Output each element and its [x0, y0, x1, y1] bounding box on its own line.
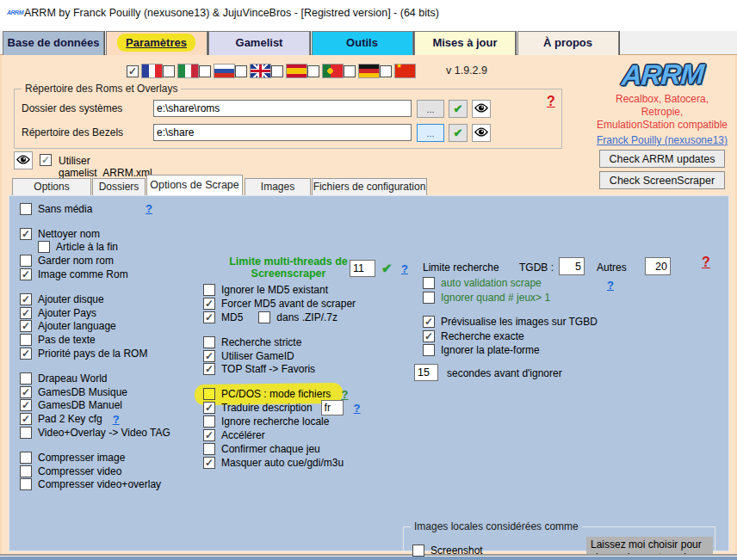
checkbox-drapeau-world[interactable] [20, 372, 32, 385]
tab-param-tres[interactable]: Paramètres [106, 31, 207, 55]
subtab-images-options[interactable]: Images Options [245, 178, 311, 195]
checkbox-confirmer-chaque-jeu[interactable] [203, 443, 215, 455]
checkbox-md5[interactable]: ✓ [203, 311, 215, 323]
checkbox-ignorer-la-plate-forme[interactable] [423, 344, 435, 356]
option-row-priorit-pays-de-la-rom: ✓Priorité pays de la ROM [20, 347, 170, 360]
value-input-traduire-description[interactable] [321, 400, 344, 415]
seconds-input[interactable] [414, 364, 438, 381]
checkbox-forcer-md5-avant-de-scraper[interactable]: ✓ [203, 298, 215, 310]
subtab-options-de-scrape[interactable]: Options de Scrape [146, 175, 243, 195]
option-row-pas-de-texte: Pas de texte [20, 333, 170, 347]
checkbox-pas-de-texte[interactable] [20, 334, 32, 346]
checkbox-nettoyer-nom[interactable]: ✓ [20, 228, 32, 240]
tgdb-limit-input[interactable] [559, 257, 585, 275]
checkbox-gamesdb-manuel[interactable]: ✓ [20, 399, 32, 411]
checkbox-video-overlay-video-tag[interactable] [20, 427, 32, 439]
option-label: Ajouter Pays [38, 307, 96, 319]
autres-limit-input[interactable] [645, 257, 671, 275]
help-icon-pad-2-key-cfg[interactable]: ? [113, 413, 120, 426]
checkbox-image-comme-rom[interactable]: ✓ [20, 268, 32, 280]
eye-icon[interactable] [472, 100, 491, 118]
check-arrm-updates-button[interactable]: Check ARRM updates [599, 150, 725, 168]
checkbox-ajouter-pays[interactable]: ✓ [20, 307, 32, 319]
checkbox-screenshot[interactable] [412, 545, 424, 557]
tab-mises-jour[interactable]: Mises à jour [414, 31, 516, 55]
option-label: Masquer auto cue/gdi/m3u [221, 457, 344, 469]
tagline-line2: EmulationStation compatible [597, 119, 728, 131]
window-title: ARRM by Franck Pouilly (nexusone13) & Ju… [24, 7, 439, 19]
checkbox-ignorer-le-md5-existant[interactable] [203, 284, 215, 296]
eye-icon[interactable] [14, 151, 33, 169]
flag-checkbox-russia[interactable] [199, 65, 211, 77]
flag-checkbox-uk[interactable] [235, 65, 247, 77]
subtab-dossiers[interactable]: Dossiers [92, 178, 146, 195]
help-icon-traduire-description[interactable]: ? [354, 402, 361, 415]
option-row-ajouter-language: ✓Ajouter language [20, 320, 170, 334]
subtab-options-g-n-rales[interactable]: Options générales [12, 178, 91, 195]
checkbox-sans-m-dia[interactable] [20, 203, 32, 215]
flag-checkbox-portugal[interactable] [307, 65, 319, 77]
checkbox-utiliser-gameid[interactable]: ✓ [203, 350, 215, 362]
option-label: Prévisualise les images sur TGBD [441, 316, 598, 328]
validate-check-icon[interactable]: ✔ [449, 124, 468, 142]
checkbox-pc-dos-mode-fichiers[interactable] [203, 388, 215, 400]
option-label: Pad 2 Key cfg [38, 413, 102, 425]
author-link[interactable]: Franck Pouilly (nexusone13) [597, 134, 728, 146]
checkbox-top-staff-favoris[interactable]: ✓ [203, 363, 215, 375]
checkbox-ajouter-disque[interactable]: ✓ [20, 293, 32, 305]
checkbox-ignore-recherche-locale[interactable] [203, 415, 215, 428]
checkbox-ajouter-language[interactable]: ✓ [20, 320, 32, 332]
eye-icon[interactable] [472, 124, 491, 142]
checkbox-compresser-video-overlay[interactable] [20, 478, 32, 490]
checkbox-gamesdb-musique[interactable]: ✓ [20, 386, 32, 398]
path-input-r-pertoire-des-bezels[interactable] [153, 124, 412, 141]
option-label: Video+Overlay -> Video TAG [38, 427, 170, 439]
option-row-ignorer-le-md5-existant: Ignorer le MD5 existant [203, 283, 361, 297]
validate-check-icon[interactable]: ✔ [449, 100, 468, 118]
checkbox-pr-visualise-les-images-sur-tgbd[interactable]: ✓ [423, 316, 435, 328]
checkbox-ignorer-quand-jeux-1[interactable] [423, 292, 435, 304]
checkbox-dans-zip-7z[interactable] [258, 311, 270, 323]
tab-outils[interactable]: Outils [312, 31, 413, 55]
right-help-icon[interactable]: ? [607, 279, 614, 292]
flag-icon-china: ★ [394, 64, 416, 78]
threads-limit-input[interactable] [350, 260, 375, 277]
option-label: Traduire description [221, 402, 313, 414]
checkbox-compresser-video[interactable] [20, 465, 32, 477]
roms-help-icon[interactable]: ? [547, 94, 555, 109]
checkbox-pad-2-key-cfg[interactable]: ✓ [20, 413, 32, 425]
help-icon-pc-dos-mode-fichiers[interactable]: ? [341, 388, 348, 401]
checkbox-acc-l-rer[interactable]: ✓ [203, 429, 215, 441]
checkbox-traduire-description[interactable]: ✓ [203, 402, 215, 414]
limite-help-icon[interactable]: ? [702, 255, 710, 270]
flag-checkbox-france[interactable]: ✓ [127, 65, 139, 77]
checkbox-article-la-fin[interactable] [38, 241, 50, 253]
threads-help-icon[interactable]: ? [401, 262, 408, 275]
option-label: Pas de texte [38, 334, 96, 346]
browse-button[interactable]: ... [417, 100, 444, 118]
tab-gamelist[interactable]: Gamelist [208, 31, 310, 55]
flag-checkbox-china[interactable] [380, 65, 392, 77]
option-label: Image comme Rom [38, 268, 128, 280]
option-row-compresser-video-overlay: Compresser video+overlay [20, 478, 170, 492]
path-input-dossier-des-syst-mes[interactable] [153, 100, 412, 117]
checkbox-recherche-stricte[interactable] [203, 336, 215, 348]
checkbox-masquer-auto-cue-gdi-m3u[interactable]: ✓ [203, 457, 215, 469]
flag-checkbox-germany[interactable] [344, 65, 356, 77]
tab-propos[interactable]: À propos [517, 31, 619, 55]
sans-media-help-icon[interactable]: ? [146, 202, 152, 215]
option-label: Screenshot [430, 545, 483, 557]
threads-valid-check-icon[interactable]: ✔ [381, 260, 393, 276]
flag-checkbox-italy[interactable] [163, 65, 175, 77]
checkbox-priorit-pays-de-la-rom[interactable]: ✓ [20, 348, 32, 360]
tab-base-de-donn-es[interactable]: Base de données [3, 31, 104, 55]
checkbox-recherche-exacte[interactable]: ✓ [423, 330, 435, 342]
flag-checkbox-spain[interactable] [271, 65, 283, 77]
use-gamelist-checkbox[interactable]: ✓ [40, 154, 52, 166]
option-row-pr-visualise-les-images-sur-tgbd: ✓Prévisualise les images sur TGBD [423, 315, 598, 329]
checkbox-auto-validation-scrape[interactable] [423, 277, 435, 289]
subtab-fichiers-de-configuration[interactable]: Fichiers de configuration [312, 178, 427, 195]
checkbox-compresser-image[interactable] [20, 452, 32, 464]
browse-button[interactable]: ... [417, 124, 444, 142]
checkbox-garder-nom-rom[interactable] [20, 255, 32, 267]
